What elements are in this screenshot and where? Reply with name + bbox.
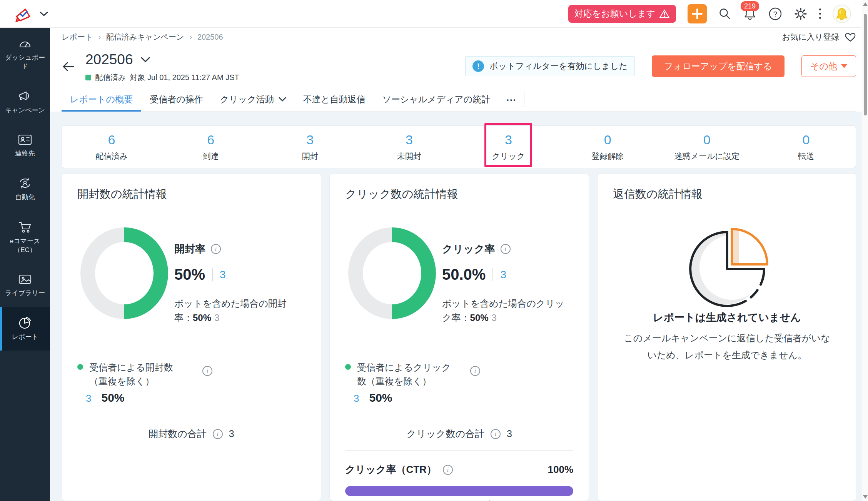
click-rate-label: クリック率 [442,242,495,256]
scrollbar-thumb[interactable] [864,14,867,115]
stat-clicks[interactable]: 3 クリック [459,126,558,168]
legend-count[interactable]: 3 [86,392,91,404]
tab-label: クリック活動 [220,94,274,105]
sidebar-item-label: eコマース（EC） [2,237,48,255]
tab-more[interactable]: ... [499,88,524,111]
scroll-up-arrow-icon[interactable] [863,2,868,6]
info-icon[interactable] [211,244,221,254]
legend-label: 受信者によるクリック数（重複を除く） [357,361,453,388]
tab-label: 不達と自動返信 [303,94,366,105]
click-rate-count[interactable]: 3 [500,269,506,281]
main-area: レポート › 配信済みキャンペーン › 202506 お気に入り登録 [50,28,868,501]
info-icon[interactable] [202,366,212,376]
ctr-value: 100% [548,464,574,476]
search-button[interactable] [718,7,731,20]
status-label: 配信済み [95,72,126,83]
sidebar-item-campaigns[interactable]: キャンペーン [0,80,50,124]
stat-reached[interactable]: 6 到達 [161,126,260,168]
search-icon [718,7,731,20]
sidebar-item-dashboard[interactable]: ダッシュボード [0,28,50,80]
legend-count[interactable]: 3 [354,392,359,404]
title-row: 202506 配信済み 対象 Jul 01, 2025 11:27 AM JST [62,46,856,88]
help-button[interactable]: ? [768,7,782,21]
open-rate-count[interactable]: 3 [220,269,226,281]
avatar[interactable] [833,5,851,23]
tab-report-overview[interactable]: レポートの概要 [62,88,141,111]
info-icon[interactable] [470,366,480,376]
title-chevron-down-icon[interactable] [140,57,150,63]
stat-unsubscribed[interactable]: 0 登録解除 [558,126,657,168]
total-value: 3 [507,428,512,439]
contacts-icon [18,134,32,146]
info-icon[interactable] [213,429,223,439]
breadcrumb-sent-campaigns[interactable]: 配信済みキャンペーン [106,32,184,42]
create-new-button[interactable] [688,4,707,23]
bot-click-rate-note: ボットを含めた場合のクリック率：50%3 [442,296,569,325]
content: 6 配信済み 6 到達 3 開封 3 未開封 3 クリ [50,112,868,501]
tabs-divider [524,92,524,107]
send-followup-button[interactable]: フォローアップを配信する [652,55,785,77]
brand[interactable] [11,4,48,23]
sidebar-item-reports[interactable]: レポート [0,307,50,351]
stat-delivered[interactable]: 6 配信済み [62,126,161,168]
stat-label: 登録解除 [591,151,624,162]
cart-icon [18,220,32,234]
legend-dot [77,364,83,370]
tab-social-media-stats[interactable]: ソーシャルメディアの統計 [374,88,499,111]
tab-click-activity[interactable]: クリック活動 [212,88,295,111]
info-icon[interactable] [443,465,453,475]
stat-unopened[interactable]: 3 未開封 [360,126,459,168]
back-button[interactable] [62,61,75,72]
ctr-progress-track [345,486,573,496]
sidebar-item-label: 連絡先 [15,149,35,158]
sidebar-item-automation[interactable]: 自動化 [0,167,50,211]
opens-donut-chart [80,227,168,319]
sidebar-item-label: 自動化 [15,193,35,202]
tab-chevron-down-icon [279,97,286,102]
stat-value: 3 [406,132,413,147]
warning-triangle-icon [659,9,670,19]
scroll-down-arrow-icon[interactable] [863,495,868,499]
title-block: 202506 配信済み 対象 Jul 01, 2025 11:27 AM JST [85,52,239,83]
stat-marked-spam[interactable]: 0 迷惑メールに設定 [657,126,756,168]
stat-value: 0 [803,132,810,147]
stat-opened[interactable]: 3 開封 [260,126,360,168]
breadcrumb-reports[interactable]: レポート [62,32,93,42]
help-icon: ? [768,7,782,21]
click-rate-block: クリック率 50.0% 3 ボットを含めた場合のクリック率：50%3 [442,242,573,325]
attention-required-button[interactable]: 対応をお願いします [568,5,676,23]
clicks-legend: 受信者によるクリック数（重複を除く） [345,361,511,388]
stat-value: 6 [207,132,214,147]
notifications-button[interactable]: 219 [743,7,757,21]
breadcrumb-current: 202506 [197,33,223,42]
settings-button[interactable] [794,7,808,21]
bot-filter-banner: ボットフィルターを有効にしました [465,56,635,76]
tab-bounces-autoreplies[interactable]: 不達と自動返信 [295,88,374,111]
breadcrumb-separator-icon: › [190,33,192,41]
legend-percent: 50% [101,391,124,404]
vertical-scrollbar[interactable] [862,0,868,501]
clicks-legend-values: 3 50% [354,391,392,404]
favorite-toggle[interactable]: お気に入り登録 [782,32,856,42]
stat-value: 3 [505,132,512,147]
app-window: 対応をお願いします [0,0,868,501]
info-icon[interactable] [491,429,501,439]
click-rate-value: 50.0% [442,266,486,283]
tab-recipient-actions[interactable]: 受信者の操作 [141,88,212,111]
svg-text:?: ? [773,10,778,18]
header-actions: ボットフィルターを有効にしました フォローアップを配信する その他 [465,55,856,77]
sidebar-item-ecommerce[interactable]: eコマース（EC） [0,211,50,264]
card-title: 開封数の統計情報 [77,187,167,202]
info-icon[interactable] [501,244,511,254]
brand-chevron-down-icon [39,11,48,17]
sidebar-item-library[interactable]: ライブラリー [0,264,50,307]
brand-logo-icon [11,4,32,23]
report-pie-icon [18,316,32,329]
opens-total-row: 開封数の合計 3 [62,428,321,440]
more-actions-button[interactable]: その他 [801,55,856,77]
stat-forwarded[interactable]: 0 転送 [756,126,856,168]
sidebar-item-contacts[interactable]: 連絡先 [0,124,50,167]
kebab-menu-button[interactable] [819,8,821,19]
megaphone-icon [18,90,32,103]
attention-button-label: 対応をお願いします [574,8,655,20]
